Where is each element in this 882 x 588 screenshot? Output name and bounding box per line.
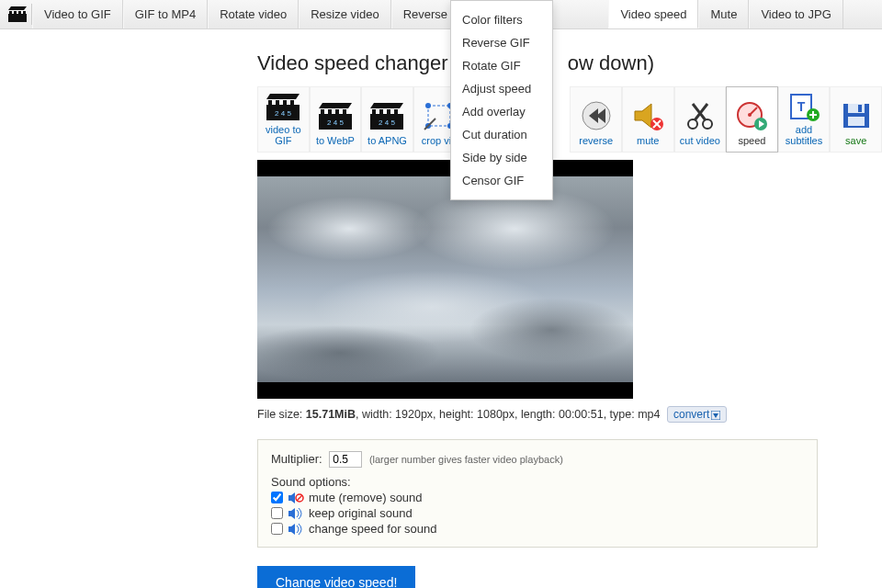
svg-rect-12 [290, 100, 294, 105]
convert-button[interactable]: convert [667, 406, 727, 423]
nav-video-to-jpg[interactable]: Video to JPG [749, 0, 842, 28]
reverse-icon [578, 98, 615, 133]
change-speed-button[interactable]: Change video speed! [257, 566, 415, 588]
sound-option-keep: keep original sound [271, 506, 804, 520]
svg-rect-9 [268, 100, 272, 105]
nav-mute[interactable]: Mute [698, 0, 749, 28]
svg-rect-5 [23, 11, 26, 14]
video-preview[interactable] [257, 160, 633, 399]
svg-marker-64 [288, 492, 295, 503]
svg-line-47 [693, 104, 706, 120]
tool-add-subtitles[interactable]: Tadd subtitles [778, 86, 831, 153]
dropdown-item[interactable]: Side by side [451, 146, 552, 169]
svg-line-46 [695, 104, 707, 120]
svg-marker-68 [288, 524, 295, 535]
nav-gif-to-mp4[interactable]: GIF to MP4 [123, 0, 208, 28]
svg-rect-18 [328, 109, 332, 114]
clapper-icon: 2 4 5 [317, 98, 354, 133]
dropdown-item[interactable]: Reverse GIF [451, 31, 552, 54]
tool-video-to-gif[interactable]: 2 4 5video to GIF [257, 86, 310, 153]
svg-rect-19 [335, 109, 339, 114]
keep-sound-checkbox[interactable] [271, 507, 283, 519]
multiplier-input[interactable] [329, 451, 362, 468]
svg-marker-6 [8, 6, 27, 10]
speaker-icon [288, 524, 305, 535]
svg-rect-3 [14, 11, 17, 14]
svg-rect-20 [343, 109, 346, 114]
svg-rect-11 [283, 100, 287, 105]
nav-resize-video[interactable]: Resize video [299, 0, 390, 28]
svg-marker-40 [635, 104, 651, 128]
dropdown-item[interactable]: Cut duration [451, 123, 552, 146]
clapper-icon: 2 4 5 [368, 98, 405, 133]
nav-reverse[interactable]: Reverse [391, 0, 459, 28]
mute-checkbox[interactable] [271, 492, 283, 503]
change-speed-sound-checkbox[interactable] [271, 523, 283, 535]
sound-option-mute: mute (remove) sound [271, 491, 804, 504]
svg-rect-27 [387, 109, 390, 114]
svg-point-50 [748, 113, 752, 117]
dropdown-item[interactable]: Color filters [451, 8, 552, 31]
svg-rect-60 [848, 117, 865, 126]
tool-cut-video[interactable]: cut video [674, 86, 727, 153]
tool-mute[interactable]: mute [622, 86, 674, 153]
speaker-mute-icon [288, 492, 305, 503]
nav-video-to-gif[interactable]: Video to GIF [32, 0, 123, 28]
tool-to-webp[interactable]: 2 4 5to WebP [310, 86, 362, 153]
svg-text:2 4 5: 2 4 5 [275, 109, 291, 118]
svg-line-66 [297, 495, 302, 501]
multiplier-hint: (larger number gives faster video playba… [369, 454, 563, 465]
speaker-icon [288, 508, 305, 519]
svg-rect-28 [394, 109, 398, 114]
page-title: Video speed changer ow down) [257, 51, 882, 75]
svg-rect-2 [9, 11, 12, 14]
dropdown-item[interactable]: Censor GIF [451, 169, 552, 192]
svg-text:2 4 5: 2 4 5 [379, 119, 396, 127]
sound-options-title: Sound options: [271, 475, 804, 489]
svg-rect-59 [848, 104, 865, 113]
dropdown-item[interactable]: Adjust speed [451, 77, 552, 100]
tool-speed[interactable]: speed [726, 86, 778, 153]
file-info: File size: 15.71MiB, width: 1920px, heig… [257, 406, 882, 423]
svg-rect-25 [372, 109, 376, 114]
svg-rect-4 [18, 11, 21, 14]
options-panel: Multiplier: (larger number gives faster … [257, 439, 818, 548]
svg-marker-29 [370, 103, 403, 108]
dropdown-item[interactable]: Add overlay [451, 100, 552, 123]
subtitles-icon: T [786, 91, 822, 122]
svg-rect-61 [858, 105, 862, 112]
svg-rect-17 [321, 109, 324, 114]
speed-icon [733, 98, 770, 133]
svg-rect-10 [276, 100, 279, 105]
mute-icon [629, 98, 666, 133]
svg-marker-67 [288, 508, 295, 519]
tool-to-apng[interactable]: 2 4 5to APNG [361, 86, 413, 153]
top-nav: Video to GIF GIF to MP4 Rotate video Res… [0, 0, 882, 29]
svg-text:2 4 5: 2 4 5 [327, 119, 344, 127]
svg-rect-26 [379, 109, 383, 114]
save-icon [838, 98, 875, 133]
dropdown-item[interactable]: Rotate GIF [451, 54, 552, 77]
tool-save[interactable]: save [830, 86, 882, 153]
action-toolbar: 2 4 5video to GIF 2 4 5to WebP 2 4 5to A… [257, 86, 882, 153]
svg-marker-21 [319, 103, 352, 108]
svg-text:T: T [797, 99, 806, 114]
app-logo [4, 0, 31, 28]
nav-rotate-video[interactable]: Rotate video [208, 0, 299, 28]
sound-option-change-speed: change speed for sound [271, 522, 804, 536]
svg-point-32 [425, 103, 431, 108]
clapper-icon: 2 4 5 [265, 91, 301, 122]
svg-marker-63 [713, 413, 718, 418]
multiplier-label: Multiplier: [271, 452, 322, 466]
svg-marker-13 [266, 94, 300, 99]
tool-reverse[interactable]: reverse [570, 86, 622, 153]
tools-dropdown: Color filters Reverse GIF Rotate GIF Adj… [450, 0, 553, 200]
nav-video-speed[interactable]: Video speed [608, 0, 698, 28]
scissors-icon [682, 98, 718, 133]
